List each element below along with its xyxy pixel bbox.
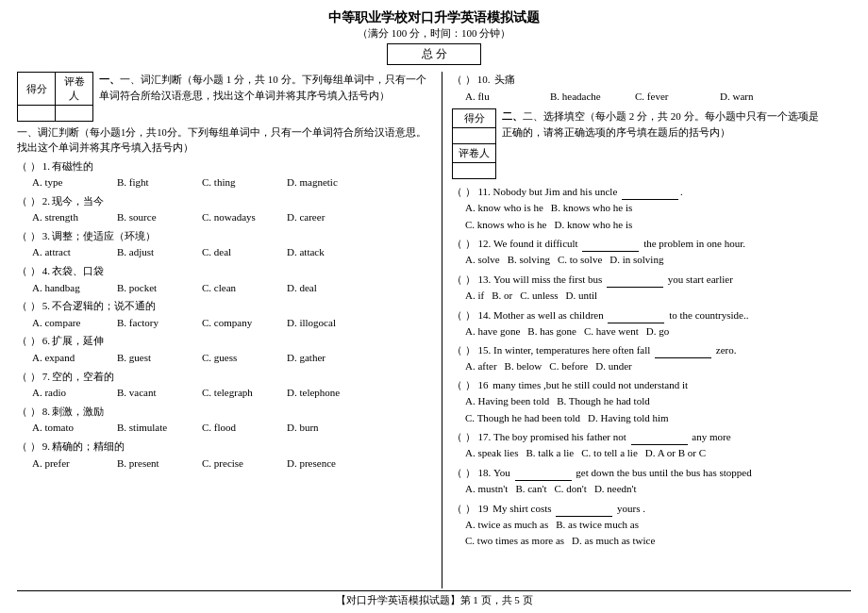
right-score-label: 得分 [453, 109, 496, 128]
section1-questions: （ ） 1. 有磁性的 A. type B. fight C. thing D.… [17, 158, 432, 472]
q3-opt-a: A. attract [32, 244, 108, 261]
question-17: （ ） 17. The boy promised his father not … [452, 428, 851, 462]
question-1: （ ） 1. 有磁性的 A. type B. fight C. thing D.… [17, 158, 432, 191]
q2-opt-b: B. source [117, 209, 192, 226]
q11-options: A. know who is he B. knows who he is [452, 200, 851, 217]
q5-opt-d: D. illogocal [287, 315, 362, 332]
question-12: （ ） 12. We found it difficult the proble… [452, 235, 851, 269]
q1-opt-d: D. magnetic [287, 174, 362, 191]
q11-options2: C. knows who is he D. know who he is [452, 217, 851, 234]
q16-options: A. Having been told B. Though he had tol… [452, 393, 851, 410]
q13-num: 13. [478, 273, 492, 285]
question-8: （ ） 8. 刺激，激励 A. tomato B. stimulate C. f… [17, 404, 432, 437]
q15-opt-b: B. below [505, 358, 542, 375]
q12-text: We found it difficult [493, 238, 578, 249]
question-14: （ ） 14. Mother as well as children to th… [452, 306, 851, 340]
q5-opt-a: A. compare [32, 315, 108, 332]
q9-opt-a: A. prefer [32, 456, 108, 472]
q6-paren: （ ） [17, 333, 41, 350]
total-label: 总 分 [422, 47, 447, 60]
main-content: 得分 评卷人 一、一、词汇判断（每小题 1 分，共 10 分。下列每组单词中，只… [17, 72, 851, 588]
q13-line: （ ） 13. You will miss the first bus you … [452, 271, 851, 288]
q1-opt-b: B. fight [117, 174, 192, 191]
q1-cn: 有磁性的 [52, 158, 93, 175]
q9-opt-d: D. presence [287, 456, 362, 472]
q2-num: 2. [42, 193, 50, 210]
q5-opt-c: C. company [202, 315, 277, 332]
q18-line: （ ） 18. You get down the bus until the b… [452, 464, 851, 481]
q18-opt-a: A. mustn't [465, 481, 508, 498]
q13-opt-b: B. or [492, 288, 512, 305]
q16-text: many times ,but he still could not under… [492, 379, 688, 390]
section1-desc: 一、词汇判断（每小题 1 分，共 10 分。下列每组单词中，只有一个单词符合所给… [99, 74, 426, 101]
section1-sub-instruction: 一、调汇判断（每小题1分，共10分。下列每组单词中，只有一个单词符合所给汉语意思… [17, 125, 432, 156]
q11-opt-c: C. knows who is he [465, 217, 546, 234]
q18-opt-b: B. can't [515, 481, 546, 498]
q8-paren: （ ） [17, 404, 41, 421]
page-subtitle: （满分 100 分，时间：100 分钟） [17, 26, 851, 41]
question-5: （ ） 5. 不合逻辑的；说不通的 A. compare B. factory … [17, 298, 432, 331]
q13-text2: you start earlier [668, 273, 733, 285]
page: 中等职业学校对口升学英语模拟试题 （满分 100 分，时间：100 分钟） 总 … [0, 0, 868, 613]
q19-text2: yours . [617, 503, 645, 514]
q12-blank [582, 235, 639, 252]
q16-num: 16 [478, 379, 489, 390]
q2-paren: （ ） [17, 193, 41, 210]
section2-title: 二、二、选择填空（每小题 2 分，共 20 分。每小题中只有一个选项是 正确的，… [502, 108, 851, 140]
page-title: 中等职业学校对口升学英语模拟试题 [17, 9, 851, 26]
q10-paren: （ ） [452, 72, 476, 89]
q11-text: Nobody but Jim and his uncle [493, 186, 618, 197]
q3-cn: 调整；使适应（环境） [52, 228, 156, 245]
question-13: （ ） 13. You will miss the first bus you … [452, 271, 851, 305]
q4-cn: 衣袋、口袋 [52, 263, 104, 280]
q9-cn: 精确的；精细的 [52, 439, 125, 456]
q16-opt-d: D. Having told him [588, 410, 669, 427]
q19-blank [556, 500, 612, 517]
q5-opt-b: B. factory [117, 315, 192, 332]
q7-opt-a: A. radio [32, 385, 108, 402]
q16-opt-c: C. Though he had been told [465, 410, 580, 427]
q13-opt-a: A. if [465, 288, 484, 305]
q16-opt-a: A. Having been told [465, 393, 549, 410]
q8-line: （ ） 8. 刺激，激励 [17, 404, 432, 421]
vertical-divider [442, 72, 442, 588]
q18-text: You [493, 467, 510, 478]
question-9: （ ） 9. 精确的；精细的 A. prefer B. present C. p… [17, 439, 432, 472]
q7-paren: （ ） [17, 369, 41, 386]
q15-text2: zero. [716, 344, 737, 356]
q1-paren: （ ） [17, 158, 41, 175]
q12-paren: （ ） [452, 238, 476, 249]
q17-line: （ ） 17. The boy promised his father not … [452, 428, 851, 445]
q9-paren: （ ） [17, 439, 41, 456]
score-value [18, 106, 56, 122]
total-score-box: 总 分 [387, 43, 481, 65]
q12-line: （ ） 12. We found it difficult the proble… [452, 235, 851, 252]
q11-opt-a: A. know who is he [465, 200, 543, 217]
q15-opt-d: D. under [595, 358, 632, 375]
q9-line: （ ） 9. 精确的；精细的 [17, 439, 432, 456]
right-column: （ ） 10. 头痛 A. flu B. headache C. fever D… [452, 72, 851, 588]
right-reviewer-value [453, 163, 496, 179]
q4-opt-c: C. clean [202, 280, 277, 297]
q6-opt-d: D. gather [287, 350, 362, 367]
q14-opt-d: D. go [646, 323, 669, 340]
question-10-block: （ ） 10. 头痛 A. flu B. headache C. fever D… [452, 72, 851, 105]
q1-opt-c: C. thing [202, 174, 277, 191]
q1-options: A. type B. fight C. thing D. magnetic [17, 174, 432, 191]
section1-number: 一、 [99, 74, 120, 85]
q15-paren: （ ） [452, 344, 476, 356]
q8-options: A. tomato B. stimulate C. flood D. burn [17, 420, 432, 437]
left-column: 得分 评卷人 一、一、词汇判断（每小题 1 分，共 10 分。下列每组单词中，只… [17, 72, 432, 588]
q2-opt-a: A. strength [32, 209, 108, 226]
q12-opt-b: B. solving [508, 252, 550, 269]
q6-options: A. expand B. guest C. guess D. gather [17, 350, 432, 367]
q8-opt-a: A. tomato [32, 420, 108, 437]
q19-options2: C. two times as more as D. as much as tw… [452, 533, 851, 550]
q19-opt-a: A. twice as much as [465, 517, 548, 534]
q9-options: A. prefer B. present C. precise D. prese… [17, 456, 432, 472]
reviewer-value [56, 106, 93, 122]
q11-paren: （ ） [452, 186, 476, 197]
q13-options: A. if B. or C. unless D. until [452, 288, 851, 305]
q15-options: A. after B. below C. before D. under [452, 358, 851, 375]
q13-opt-d: D. until [566, 288, 598, 305]
